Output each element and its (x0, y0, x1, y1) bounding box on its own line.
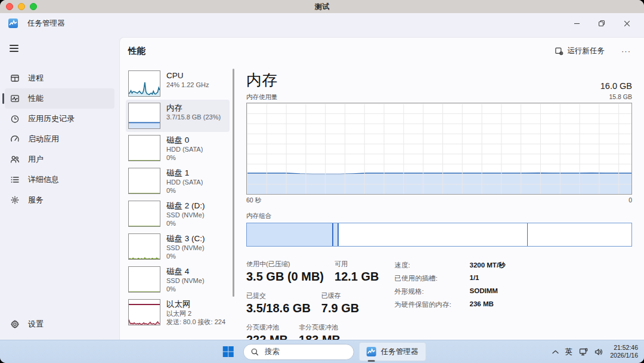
sidebar-item-label: 详细信息 (28, 174, 59, 185)
sidebar-item-label: 启动应用 (28, 134, 59, 144)
perf-item-ethernet[interactable]: 以太网 以太网 2 发送: 80.0 接收: 224 (126, 296, 230, 329)
sidebar-item-startup-apps[interactable]: 启动应用 (5, 129, 114, 149)
processes-icon (10, 73, 20, 84)
perf-item-sub2: 发送: 80.0 接收: 224 (166, 318, 225, 326)
perf-item-sub2: 0% (166, 285, 205, 293)
memory-usage-max: 15.8 GB (609, 93, 632, 101)
sidebar-item-performance[interactable]: 性能 (5, 88, 114, 109)
page-title: 性能 (128, 45, 145, 57)
sidebar-item-label: 进程 (28, 73, 44, 84)
detail-label: 外形规格: (395, 287, 465, 296)
close-button[interactable] (614, 14, 639, 32)
sidebar: 进程 性能 应用历史记录 启动应用 (0, 33, 119, 340)
disk1-mini-graph (128, 168, 160, 194)
sidebar-item-processes[interactable]: 进程 (5, 68, 114, 88)
detail-value: 3200 MT/秒 (470, 261, 506, 270)
memory-composition-bar[interactable] (246, 223, 632, 247)
disk4-mini-graph (128, 266, 160, 293)
perf-item-disk1[interactable]: 磁盘 1 HDD (SATA) 0% (126, 165, 230, 198)
sidebar-item-label: 服务 (28, 195, 44, 205)
run-new-task-label: 运行新任务 (568, 46, 605, 56)
macos-titlebar: 测试 (0, 0, 644, 14)
perf-item-disk2[interactable]: 磁盘 2 (D:) SSD (NVMe) 0% (126, 198, 230, 230)
task-manager-icon (367, 347, 376, 356)
taskbar-clock[interactable]: 21:52:46 2026/1/16 (610, 344, 638, 359)
perf-item-disk0[interactable]: 磁盘 0 HDD (SATA) 0% (126, 132, 230, 165)
search-input[interactable] (264, 347, 332, 356)
performance-list: CPU 24% 1.22 GHz 内存 3.7/15.8 GB (23%) (120, 65, 236, 340)
perf-item-title: 磁盘 3 (C:) (166, 233, 205, 244)
ethernet-send-line (129, 304, 160, 305)
minimize-button[interactable] (564, 14, 589, 32)
ime-indicator[interactable]: 英 (565, 347, 573, 357)
perf-item-title: 以太网 (166, 299, 225, 309)
memory-pane: 内存 16.0 GB 内存使用量 15.8 GB 60 秒 (236, 65, 644, 340)
start-button[interactable] (218, 343, 239, 361)
users-icon (10, 155, 20, 165)
sidebar-item-label: 性能 (28, 93, 44, 104)
perf-item-title: 磁盘 1 (166, 168, 203, 178)
taskbar-search[interactable] (243, 344, 354, 360)
macos-window-title: 测试 (0, 2, 644, 12)
startup-icon (10, 134, 20, 144)
perf-item-sub: HDD (SATA) (166, 145, 203, 153)
memory-usage-label: 内存使用量 (246, 93, 278, 101)
restore-button[interactable] (589, 14, 614, 32)
detail-value: 236 MB (470, 300, 506, 309)
perf-list-scrollbar[interactable] (233, 69, 234, 297)
sidebar-item-details[interactable]: 详细信息 (5, 170, 114, 190)
composition-standby (339, 223, 528, 246)
composition-in-use (247, 223, 333, 246)
sidebar-nav: 进程 性能 应用历史记录 启动应用 (0, 68, 119, 210)
perf-item-cpu[interactable]: CPU 24% 1.22 GHz (126, 67, 230, 100)
memory-title: 内存 (246, 70, 277, 91)
sidebar-item-users[interactable]: 用户 (5, 149, 114, 170)
disk0-mini-graph (128, 135, 160, 161)
clock-time: 21:52:46 (610, 344, 638, 352)
detail-label: 为硬件保留的内存: (395, 300, 465, 309)
running-app-indicator (368, 360, 375, 362)
stat-available: 可用 12.1 GB (335, 260, 379, 284)
detail-value: 1/1 (470, 274, 506, 283)
screen: 测试 任务管理器 进程 (0, 0, 644, 363)
task-manager-window: 任务管理器 进程 性能 (0, 13, 644, 340)
perf-item-memory[interactable]: 内存 3.7/15.8 GB (23%) (126, 100, 230, 132)
stat-committed: 已提交 3.5/18.6 GB (246, 291, 311, 315)
perf-item-sub: 24% 1.22 GHz (166, 81, 209, 89)
taskbar: 任务管理器 英 21:52:46 2026/1/16 (0, 340, 644, 363)
taskbar-task-manager-button[interactable]: 任务管理器 (359, 342, 426, 361)
volume-icon[interactable] (595, 348, 603, 356)
detail-label: 已使用的插槽: (395, 274, 465, 283)
perf-item-title: 内存 (166, 103, 221, 113)
perf-item-sub: HDD (SATA) (166, 178, 203, 186)
time-axis-left: 60 秒 (246, 196, 261, 205)
hamburger-menu-icon[interactable] (7, 39, 26, 57)
tray-chevron-up-icon[interactable] (552, 350, 559, 354)
run-new-task-icon (555, 47, 564, 56)
stat-non-paged-pool: 非分页缓冲池 183 MB (299, 323, 340, 340)
sidebar-item-app-history[interactable]: 应用历史记录 (5, 109, 114, 129)
perf-item-sub: SSD (NVMe) (166, 211, 205, 219)
run-new-task-button[interactable]: 运行新任务 (549, 43, 611, 59)
detail-value: SODIMM (470, 287, 506, 296)
network-icon[interactable] (579, 348, 588, 356)
perf-item-sub: SSD (NVMe) (166, 244, 205, 252)
perf-item-title: CPU (166, 70, 209, 81)
perf-item-disk3[interactable]: 磁盘 3 (C:) SSD (NVMe) 0% (126, 230, 230, 263)
more-options-button[interactable]: ··· (617, 44, 636, 58)
tm-titlebar: 任务管理器 (0, 13, 644, 33)
system-tray: 英 21:52:46 2026/1/16 (552, 340, 638, 363)
memory-composition-label: 内存组合 (246, 212, 632, 220)
composition-free (528, 223, 631, 246)
sidebar-item-services[interactable]: 服务 (5, 190, 114, 210)
history-icon (10, 114, 20, 124)
content-header: 性能 运行新任务 ··· (120, 38, 644, 64)
memory-mini-graph (128, 103, 160, 129)
perf-item-disk4[interactable]: 磁盘 4 SSD (NVMe) 0% (126, 263, 230, 296)
details-icon (10, 175, 20, 185)
sidebar-item-settings[interactable]: 设置 (5, 314, 114, 334)
stat-cached: 已缓存 7.9 GB (321, 291, 359, 315)
perf-item-sub: SSD (NVMe) (166, 276, 205, 285)
ethernet-mini-graph (128, 299, 160, 325)
content-card: 性能 运行新任务 ··· (119, 37, 644, 340)
